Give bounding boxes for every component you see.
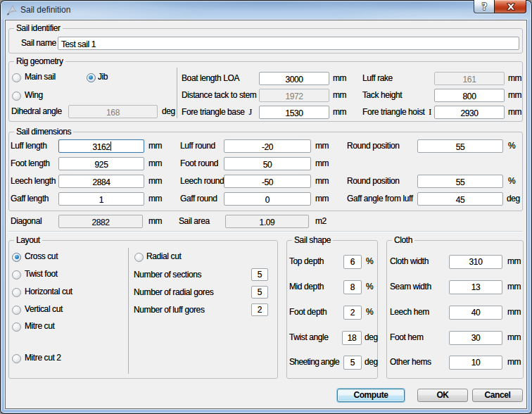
svg-text:?: ? xyxy=(482,1,487,12)
